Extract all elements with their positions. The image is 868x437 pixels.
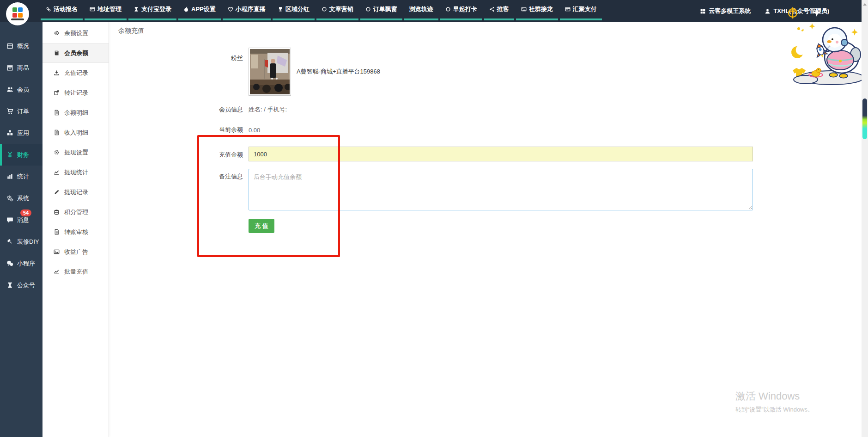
submenu-item-income-details[interactable]: 收入明细	[42, 123, 109, 142]
topnav-item-alipay-login[interactable]: 支付宝登录	[128, 0, 176, 20]
vertical-scrollbar[interactable]	[862, 0, 868, 437]
submenu-item-balance-settings[interactable]: 余额设置	[42, 23, 109, 43]
circle-icon	[322, 6, 327, 12]
file-icon	[54, 229, 60, 235]
submenu-item-withdraw-records-label: 提现记录	[64, 188, 88, 197]
topnav-item-activity-signup[interactable]: 活动报名	[41, 0, 83, 20]
submenu-item-member-balance[interactable]: 会员余额	[42, 43, 109, 63]
logo-mark-icon	[12, 7, 23, 18]
sidebar-item-overview[interactable]: 概况	[0, 35, 42, 57]
submenu-item-points-manage[interactable]: 积分管理	[42, 202, 109, 222]
scrollbar-thumb[interactable]	[862, 98, 867, 139]
topnav-item-article-marketing-label: 文章营销	[329, 5, 353, 13]
topnav-item-tuike[interactable]: 推客	[484, 0, 514, 20]
topnav-item-activity-signup-label: 活动报名	[54, 5, 78, 13]
box-icon	[6, 64, 13, 71]
submenu-item-withdraw-settings-label: 提现设置	[64, 148, 88, 157]
topnav-item-address-manage-label: 地址管理	[97, 5, 121, 13]
sidebar-item-orders[interactable]: 订单	[0, 100, 42, 122]
topnav-item-community-chain[interactable]: 社群接龙	[516, 0, 558, 20]
submenu-item-points-manage-label: 积分管理	[64, 208, 88, 216]
sidebar-item-apps[interactable]: 应用	[0, 122, 42, 144]
primary-sidebar: 概况商品会员订单应用财务统计系统消息54装修DIY小程序公众号	[0, 22, 42, 437]
topnav-item-browse-history[interactable]: 浏览轨迹	[404, 0, 438, 20]
member-info-value: 姓名: / 手机号:	[249, 105, 287, 114]
submenu-item-recharge-records[interactable]: 充值记录	[42, 63, 109, 83]
db-icon	[54, 209, 60, 215]
topnav-item-order-popup[interactable]: 订单飘窗	[360, 0, 402, 20]
system-name[interactable]: 云客多模王系统	[700, 7, 751, 15]
topnav-item-app-settings-label: APP设置	[191, 5, 216, 13]
sidebar-item-decorate-diy[interactable]: 装修DIY	[0, 231, 42, 252]
current-balance-value: 0.00	[249, 127, 260, 134]
scroll-up-arrow-icon[interactable]	[863, 3, 867, 6]
bars-icon	[6, 173, 13, 180]
sidebar-item-members[interactable]: 会员	[0, 79, 42, 100]
fan-avatar-photo	[250, 49, 290, 94]
image-icon	[521, 6, 527, 12]
submenu-item-withdraw-stats[interactable]: 提现统计	[42, 162, 109, 182]
external-icon	[54, 90, 60, 96]
topnav-item-address-manage[interactable]: 地址管理	[85, 0, 127, 20]
topnav-item-order-popup-label: 订单飘窗	[373, 5, 397, 13]
heart-icon	[228, 6, 233, 12]
sidebar-item-statistics-label: 统计	[17, 172, 29, 181]
current-balance-label: 当前余额	[109, 126, 249, 134]
sidebar-item-official-acct-label: 公众号	[17, 281, 35, 289]
topnav-item-regional-dividend[interactable]: 区域分红	[273, 0, 315, 20]
app-logo	[6, 2, 29, 25]
amount-input[interactable]	[249, 147, 753, 161]
sidebar-item-miniprogram[interactable]: 小程序	[0, 252, 42, 274]
topnav-item-early-checkin[interactable]: 早起打卡	[440, 0, 482, 20]
sidebar-item-official-acct[interactable]: 公众号	[0, 274, 42, 296]
fan-name: A曾智聪-商城+直播平台159868	[297, 68, 380, 76]
topnav-item-tuike-label: 推客	[497, 5, 509, 13]
submenu-item-member-balance-label: 会员余额	[64, 49, 88, 57]
sidebar-item-goods[interactable]: 商品	[0, 57, 42, 79]
gear-icon	[54, 149, 60, 155]
sidebar-item-messages[interactable]: 消息54	[0, 209, 42, 231]
sidebar-item-statistics[interactable]: 统计	[0, 166, 42, 187]
topnav-item-huiju-pay[interactable]: 汇聚支付	[560, 0, 602, 20]
hourglass-icon	[134, 6, 139, 12]
chartline-icon	[54, 269, 60, 275]
remark-label: 备注信息	[109, 169, 249, 210]
amount-label: 充值金额	[109, 147, 249, 161]
sidebar-item-system-label: 系统	[17, 194, 29, 203]
submenu-item-balance-details[interactable]: 余额明细	[42, 103, 109, 123]
submenu-item-balance-settings-label: 余额设置	[64, 29, 88, 37]
sidebar-item-decorate-diy-label: 装修DIY	[17, 238, 39, 246]
fan-label: 粉丝	[109, 48, 249, 96]
sidebar-item-overview-label: 概况	[17, 42, 29, 50]
remark-textarea[interactable]	[249, 169, 753, 210]
watermark-line2: 转到“设置”以激活 Windows。	[735, 406, 813, 414]
submenu-item-revenue-ads[interactable]: 收益广告	[42, 242, 109, 262]
submenu-item-withdraw-records[interactable]: 提现记录	[42, 182, 109, 202]
fan-avatar	[249, 48, 291, 96]
chartline-icon	[54, 169, 60, 175]
submenu-item-withdraw-settings[interactable]: 提现设置	[42, 142, 109, 162]
pencil-icon	[54, 189, 60, 195]
topnav-item-app-settings[interactable]: APP设置	[178, 0, 221, 20]
gear-icon	[54, 30, 60, 36]
download-icon	[54, 70, 60, 76]
topnav-item-miniprogram-live[interactable]: 小程序直播	[223, 0, 271, 20]
sidebar-item-members-label: 会员	[17, 86, 29, 94]
submenu-item-transfer-records[interactable]: 转让记录	[42, 83, 109, 103]
sidebar-item-system[interactable]: 系统	[0, 187, 42, 209]
topnav-item-article-marketing[interactable]: 文章营销	[316, 0, 358, 20]
page-title: 余额充值	[118, 27, 144, 35]
circle-icon	[445, 6, 451, 12]
submenu-item-transfer-audit[interactable]: 转账审核	[42, 222, 109, 242]
gears-icon	[6, 195, 13, 202]
sidebar-item-finance[interactable]: 财务	[0, 144, 42, 166]
hourglass-icon	[6, 282, 13, 289]
grid-icon	[700, 8, 706, 14]
cart-icon	[6, 108, 13, 115]
submenu-item-batch-recharge[interactable]: 批量充值	[42, 262, 109, 282]
fan-row: 粉丝	[109, 48, 862, 96]
recharge-button[interactable]: 充 值	[249, 219, 274, 233]
file-icon	[54, 129, 60, 135]
submenu-item-income-details-label: 收入明细	[64, 129, 88, 137]
duck-astronaut-illustration	[785, 3, 865, 85]
